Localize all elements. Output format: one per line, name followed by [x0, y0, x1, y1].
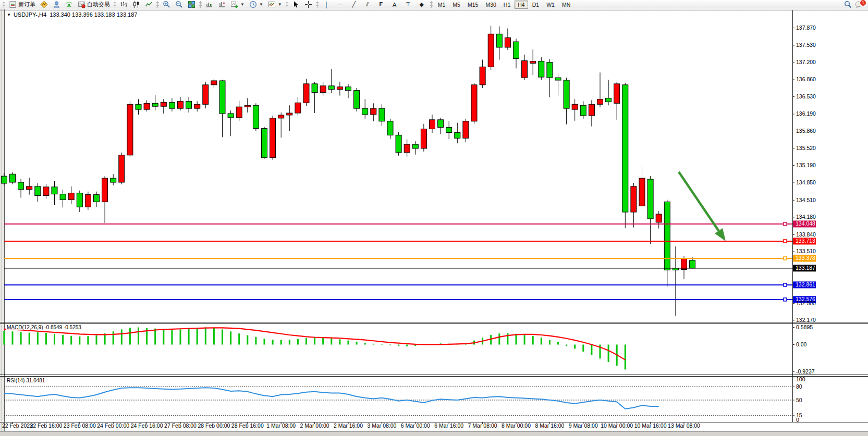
- toolbar-grip: [3, 1, 5, 8]
- trend-arrow-annotation[interactable]: [679, 172, 726, 241]
- candle-body: [387, 121, 393, 135]
- timeframe-button-h1[interactable]: H1: [500, 1, 514, 9]
- date-label: 28 Feb 00:00: [198, 422, 230, 429]
- new-order-button[interactable]: 新订单: [7, 0, 38, 9]
- chart-canvas[interactable]: 134.048133.713133.378133.187132.861132.5…: [0, 0, 868, 436]
- indicators-button[interactable]: ▼: [228, 0, 247, 9]
- chart-title: ▼ USDJPY-,H4 133.340 133.396 133.183 133…: [7, 11, 137, 18]
- new-order-icon: [9, 1, 17, 8]
- candle: [547, 59, 553, 97]
- arrows-tool-button[interactable]: ◆: [415, 0, 429, 9]
- candle-body: [43, 187, 49, 196]
- candle-body: [412, 144, 418, 148]
- candle-body: [438, 120, 444, 128]
- candle-body: [463, 121, 469, 139]
- candle-body: [253, 105, 259, 128]
- candle: [446, 121, 452, 139]
- timeframe-group: M1M5M15M30H1H4D1W1MN: [434, 1, 574, 9]
- signals-button[interactable]: [63, 0, 75, 9]
- periods-button[interactable]: ▼: [247, 0, 265, 9]
- candle-body: [362, 108, 368, 115]
- horizontal-line-133.713[interactable]: [4, 240, 792, 243]
- zoom-in-icon: [163, 1, 170, 8]
- zoom-out-button[interactable]: [173, 0, 185, 9]
- candle: [564, 78, 569, 124]
- candle-body: [244, 105, 250, 107]
- timeframe-button-d1[interactable]: D1: [529, 1, 542, 9]
- autotrade-button[interactable]: 自动交易: [76, 0, 112, 9]
- timeframe-button-h4[interactable]: H4: [515, 1, 528, 9]
- candle-body: [589, 104, 594, 116]
- auto-scroll-icon: [205, 1, 213, 8]
- candle-body: [1, 176, 7, 183]
- line-chart-type-button[interactable]: [143, 0, 155, 9]
- line-handle[interactable]: [784, 240, 787, 243]
- candle: [278, 113, 284, 138]
- toolbar: 新订单 自动: [0, 0, 868, 9]
- horizontal-line-134.048[interactable]: [4, 222, 792, 226]
- candle-body: [270, 118, 276, 158]
- trendline-tool-button[interactable]: ╱: [347, 0, 361, 9]
- zoom-in-button[interactable]: [161, 0, 173, 9]
- candle: [178, 97, 184, 110]
- price-badge: 133.713: [793, 238, 816, 244]
- chart-shift-button[interactable]: [216, 0, 228, 9]
- templates-button[interactable]: ▼: [266, 0, 284, 9]
- price-tick-label: 134.850: [796, 179, 816, 185]
- candle-body: [539, 61, 544, 78]
- timeframe-button-w1[interactable]: W1: [543, 1, 558, 9]
- price-badge-text: 133.713: [796, 238, 815, 244]
- text-label-tool-button[interactable]: ⊤: [401, 0, 415, 9]
- timeframe-button-m1[interactable]: M1: [435, 1, 449, 9]
- candle-body: [371, 108, 376, 115]
- date-label: 24 Feb 16:00: [131, 422, 163, 429]
- horizontal-line-132.861[interactable]: [4, 283, 792, 286]
- toolbar-right-group: 1: [844, 1, 866, 8]
- horizontal-line-132.576[interactable]: [4, 298, 792, 301]
- cursor-tool-button[interactable]: [290, 0, 302, 9]
- horizontal-line-tool-button[interactable]: ─: [334, 0, 347, 9]
- macd-axis-label: -0.9237: [796, 368, 815, 375]
- auto-scroll-button[interactable]: [203, 0, 215, 9]
- candle: [412, 141, 418, 155]
- equidistant-channel-tool-button[interactable]: ⫽: [361, 0, 374, 9]
- line-handle[interactable]: [784, 298, 787, 301]
- navigator-button[interactable]: [51, 0, 63, 9]
- date-label: 8 Mar 16:00: [535, 422, 564, 429]
- notifications-button[interactable]: 1: [855, 1, 864, 8]
- candle-body: [606, 98, 612, 102]
- line-chart-icon: [145, 1, 153, 8]
- candle: [371, 103, 376, 121]
- line-handle[interactable]: [784, 283, 787, 286]
- text-tool-button[interactable]: A: [388, 0, 401, 9]
- candle: [346, 84, 351, 98]
- candle: [18, 179, 24, 197]
- price-tick-label: 137.530: [796, 42, 816, 48]
- candlestick-chart-type-button[interactable]: [130, 0, 142, 9]
- timeframe-button-m30[interactable]: M30: [482, 1, 499, 9]
- fibonacci-tool-button[interactable]: 𝐅: [374, 0, 388, 9]
- crosshair-tool-button[interactable]: [302, 0, 314, 9]
- candle: [387, 119, 393, 139]
- tile-windows-button[interactable]: [186, 0, 198, 9]
- autotrade-icon: [78, 1, 85, 8]
- candle: [85, 192, 91, 210]
- line-handle[interactable]: [784, 257, 787, 260]
- bar-chart-type-button[interactable]: [118, 0, 130, 9]
- candle-body: [631, 186, 637, 212]
- candle: [262, 127, 267, 159]
- timeframe-button-mn[interactable]: MN: [559, 1, 573, 9]
- timeframe-button-m15[interactable]: M15: [464, 1, 481, 9]
- candle-body: [320, 86, 326, 93]
- search-icon[interactable]: [844, 1, 852, 8]
- horizontal-line-133.378[interactable]: [4, 257, 792, 260]
- date-label: 1 Mar 08:00: [266, 422, 296, 429]
- candle-body: [211, 81, 217, 85]
- line-handle[interactable]: [784, 222, 787, 226]
- candle-body: [530, 61, 536, 64]
- timeframe-button-m5[interactable]: M5: [449, 1, 463, 9]
- market-watch-button[interactable]: [38, 0, 50, 9]
- candle-body: [295, 103, 301, 113]
- vertical-line-tool-button[interactable]: │: [320, 0, 334, 9]
- price-badge: 134.048: [793, 220, 816, 227]
